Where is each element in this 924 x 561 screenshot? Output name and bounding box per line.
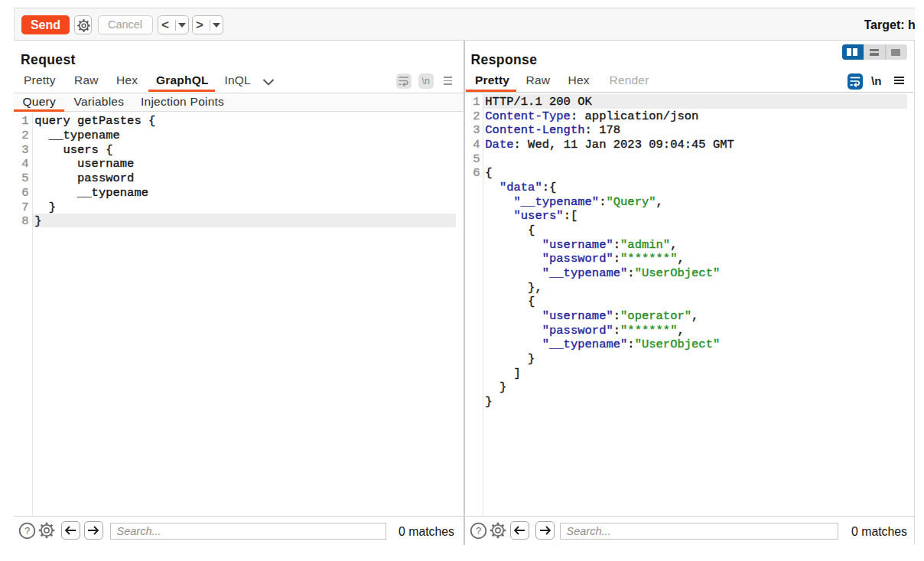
svg-text:?: ? <box>24 525 30 537</box>
svg-text:?: ? <box>476 525 481 537</box>
